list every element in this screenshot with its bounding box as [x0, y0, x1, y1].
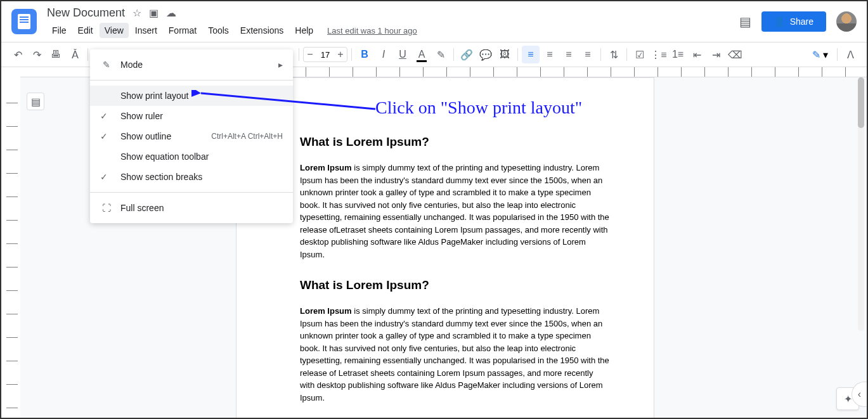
- fullscreen-icon: ⛶: [100, 203, 113, 213]
- menu-insert[interactable]: Insert: [130, 23, 162, 38]
- checklist-button[interactable]: ☑: [631, 46, 649, 63]
- redo-button[interactable]: ↷: [28, 46, 46, 63]
- link-button[interactable]: 🔗: [458, 46, 476, 63]
- menu-show-section-breaks[interactable]: ✓ Show section breaks: [90, 167, 293, 187]
- scroll-thumb[interactable]: [858, 77, 864, 128]
- share-label: Share: [790, 16, 813, 27]
- chevron-right-icon: ▸: [278, 60, 283, 70]
- numbered-list-button[interactable]: 1≡: [669, 46, 687, 63]
- fullscreen-label: Full screen: [120, 203, 164, 213]
- paragraph-1: Lorem Ipsum is simply dummy text of the …: [300, 162, 609, 261]
- pencil-icon: ✎: [100, 60, 113, 70]
- section-breaks-label: Show section breaks: [120, 172, 202, 182]
- align-right-button[interactable]: ≡: [560, 46, 578, 63]
- outdent-button[interactable]: ⇤: [688, 46, 706, 63]
- menu-show-ruler[interactable]: ✓ Show ruler: [90, 106, 293, 126]
- move-icon[interactable]: ▣: [149, 7, 159, 19]
- check-icon: ✓: [100, 111, 113, 121]
- document-page[interactable]: What is Lorem Ipsum? Lorem Ipsum is simp…: [236, 77, 654, 418]
- heading-1: What is Lorem Ipsum?: [300, 135, 609, 149]
- menu-extensions[interactable]: Extensions: [235, 23, 288, 38]
- comments-icon[interactable]: ▤: [739, 14, 751, 29]
- share-button[interactable]: 👤 Share: [761, 11, 826, 32]
- print-layout-label: Show print layout: [120, 91, 188, 101]
- font-size-decrease[interactable]: −: [304, 49, 316, 60]
- font-size-increase[interactable]: +: [334, 49, 347, 60]
- menu-full-screen[interactable]: ⛶ Full screen: [90, 198, 293, 218]
- vertical-scrollbar[interactable]: [858, 77, 864, 331]
- menu-show-outline[interactable]: ✓ Show outline Ctrl+Alt+A Ctrl+Alt+H: [90, 126, 293, 146]
- text-color-button[interactable]: A: [413, 46, 431, 63]
- header: New Document ☆ ▣ ☁ File Edit View Insert…: [1, 1, 867, 42]
- indent-button[interactable]: ⇥: [707, 46, 725, 63]
- cloud-icon[interactable]: ☁: [166, 7, 176, 19]
- menu-edit[interactable]: Edit: [73, 23, 98, 38]
- outline-shortcut: Ctrl+Alt+A Ctrl+Alt+H: [211, 132, 283, 141]
- docs-logo[interactable]: [11, 9, 37, 34]
- align-center-button[interactable]: ≡: [541, 46, 559, 63]
- pen-icon: ✎: [812, 49, 820, 61]
- line-spacing-button[interactable]: ⇅: [605, 46, 623, 63]
- menu-tools[interactable]: Tools: [203, 23, 234, 38]
- align-justify-button[interactable]: ≡: [579, 46, 597, 63]
- menu-bar: File Edit View Insert Format Tools Exten…: [47, 22, 739, 39]
- menu-file[interactable]: File: [47, 23, 72, 38]
- print-button[interactable]: 🖶: [47, 46, 65, 63]
- underline-button[interactable]: U: [394, 46, 411, 63]
- collapse-toolbar-button[interactable]: ᐱ: [841, 46, 859, 63]
- chevron-down-icon: ▾: [823, 49, 828, 61]
- outline-toggle-button[interactable]: ▤: [27, 93, 44, 110]
- view-menu-dropdown: ✎ Mode ▸ Show print layout ✓ Show ruler …: [90, 49, 293, 223]
- menu-view[interactable]: View: [100, 23, 129, 38]
- mode-label: Mode: [120, 60, 143, 70]
- document-title[interactable]: New Document: [47, 6, 125, 20]
- heading-2: What is Lorem Ipsum?: [300, 278, 609, 292]
- font-size-control: − 17 +: [303, 47, 347, 62]
- image-button[interactable]: 🖼: [496, 46, 514, 63]
- equation-label: Show equation toolbar: [120, 151, 209, 162]
- menu-format[interactable]: Format: [164, 23, 202, 38]
- check-icon: ✓: [100, 131, 113, 141]
- menu-show-print-layout[interactable]: Show print layout: [90, 86, 293, 106]
- comment-button[interactable]: 💬: [477, 46, 495, 63]
- menu-show-equation-toolbar[interactable]: Show equation toolbar: [90, 146, 293, 167]
- bullet-list-button[interactable]: ⋮≡: [650, 46, 668, 63]
- spellcheck-button[interactable]: Ǎ: [66, 46, 84, 63]
- title-area: New Document ☆ ▣ ☁ File Edit View Insert…: [47, 4, 739, 39]
- highlight-button[interactable]: ✎: [432, 46, 450, 63]
- vertical-ruler: [1, 67, 20, 418]
- undo-button[interactable]: ↶: [9, 46, 27, 63]
- star-icon[interactable]: ☆: [133, 7, 141, 19]
- person-icon: 👤: [774, 16, 785, 27]
- italic-button[interactable]: I: [375, 46, 392, 63]
- menu-mode[interactable]: ✎ Mode ▸: [90, 55, 293, 75]
- bold-button[interactable]: B: [356, 46, 373, 63]
- align-left-button[interactable]: ≡: [522, 46, 540, 63]
- menu-help[interactable]: Help: [290, 23, 318, 38]
- outline-label: Show outline: [120, 131, 171, 141]
- check-icon: ✓: [100, 172, 113, 182]
- clear-format-button[interactable]: ⌫: [726, 46, 744, 63]
- font-size-value[interactable]: 17: [316, 50, 334, 60]
- user-avatar[interactable]: [836, 11, 857, 32]
- editing-mode-button[interactable]: ✎ ▾: [807, 46, 833, 63]
- ruler-label: Show ruler: [120, 111, 163, 121]
- paragraph-2: Lorem Ipsum is simply dummy text of the …: [300, 305, 609, 404]
- last-edit-link[interactable]: Last edit was 1 hour ago: [327, 26, 417, 35]
